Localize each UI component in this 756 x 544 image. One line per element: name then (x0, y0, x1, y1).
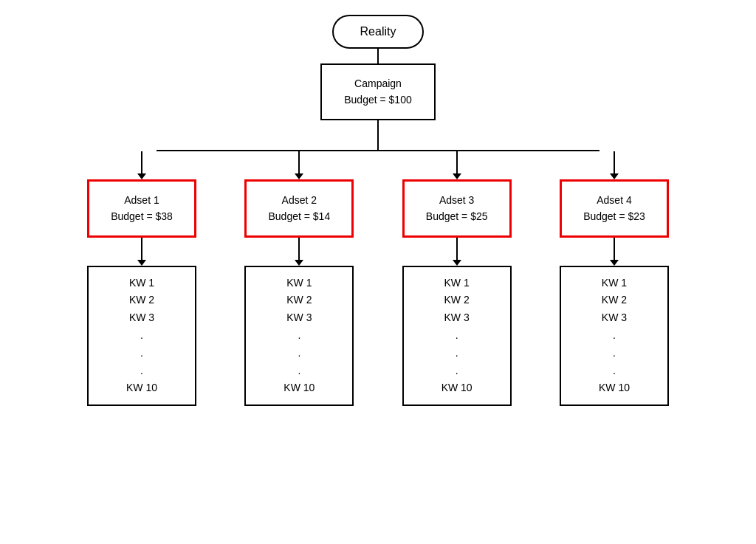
adset-col-2: Adset 2 Budget = $14 KW 1 KW 2 KW 3 . . … (240, 151, 358, 406)
kw3-item1: KW 1 (414, 275, 500, 292)
kw-node-1: KW 1 KW 2 KW 3 . . . KW 10 (87, 266, 196, 407)
arrow-to-kw1 (137, 238, 146, 266)
kw2-item2: KW 2 (256, 292, 342, 309)
adset-node-4: Adset 4 Budget = $23 (560, 179, 669, 238)
kw3-item3: KW 3 (414, 309, 500, 327)
arrow-to-kw2 (295, 238, 303, 266)
arrow-to-adset4 (610, 151, 619, 179)
reality-label: Reality (360, 25, 396, 38)
kw4-item10: KW 10 (571, 379, 657, 397)
kw4-dot1: . (571, 327, 657, 345)
kw4-item2: KW 2 (571, 292, 657, 309)
arrow-to-adset1 (137, 151, 146, 179)
kw1-dot3: . (99, 362, 185, 380)
kw3-dot3: . (414, 362, 500, 380)
kw1-dot2: . (99, 345, 185, 362)
campaign-node: Campaign Budget = $100 (320, 63, 435, 120)
adset3-line1: Adset 3 (416, 192, 498, 208)
arrow-to-kw3 (453, 238, 461, 266)
kw1-item10: KW 10 (99, 379, 185, 397)
adset3-line2: Budget = $25 (416, 208, 498, 224)
kw2-item1: KW 1 (256, 275, 342, 292)
kw2-item3: KW 3 (256, 309, 342, 327)
adset2-line2: Budget = $14 (258, 208, 340, 224)
adset-col-3: Adset 3 Budget = $25 KW 1 KW 2 KW 3 . . … (398, 151, 516, 406)
kw1-item1: KW 1 (99, 275, 185, 292)
adset1-line2: Budget = $38 (101, 208, 182, 224)
reality-node: Reality (332, 15, 425, 49)
adset-col-1: Adset 1 Budget = $38 KW 1 KW 2 KW 3 . . … (83, 151, 201, 406)
arrow-to-adset3 (453, 151, 461, 179)
kw1-dot1: . (99, 327, 185, 345)
adset2-line1: Adset 2 (258, 192, 340, 208)
kw1-item3: KW 3 (99, 309, 185, 327)
kw3-dot1: . (414, 327, 500, 345)
connector-reality-campaign (377, 49, 379, 63)
horizontal-branch-line (83, 150, 673, 151)
adsets-row: Adset 1 Budget = $38 KW 1 KW 2 KW 3 . . … (83, 151, 673, 406)
kw-node-3: KW 1 KW 2 KW 3 . . . KW 10 (402, 266, 512, 407)
adset-node-2: Adset 2 Budget = $14 (244, 179, 354, 238)
kw4-item3: KW 3 (571, 309, 657, 327)
kw2-dot1: . (256, 327, 342, 345)
kw3-item10: KW 10 (414, 379, 500, 397)
campaign-line1: Campaign (344, 75, 411, 92)
kw2-dot2: . (256, 345, 342, 362)
campaign-line2: Budget = $100 (344, 92, 411, 108)
kw2-item10: KW 10 (256, 379, 342, 397)
kw2-dot3: . (256, 362, 342, 380)
kw4-dot3: . (571, 362, 657, 380)
adset4-line1: Adset 4 (574, 192, 655, 208)
kw3-dot2: . (414, 345, 500, 362)
adset1-line1: Adset 1 (101, 192, 182, 208)
adset-col-4: Adset 4 Budget = $23 KW 1 KW 2 KW 3 . . … (555, 151, 673, 406)
kw-node-2: KW 1 KW 2 KW 3 . . . KW 10 (244, 266, 354, 407)
kw4-dot2: . (571, 345, 657, 362)
connector-campaign-to-hline (377, 120, 379, 150)
kw3-item2: KW 2 (414, 292, 500, 309)
diagram: Reality Campaign Budget = $100 Adset 1 (0, 7, 756, 413)
adset-node-3: Adset 3 Budget = $25 (402, 179, 512, 238)
kw1-item2: KW 2 (99, 292, 185, 309)
adset4-line2: Budget = $23 (574, 208, 655, 224)
arrow-to-adset2 (295, 151, 303, 179)
arrow-to-kw4 (610, 238, 619, 266)
kw-node-4: KW 1 KW 2 KW 3 . . . KW 10 (560, 266, 669, 407)
adset-node-1: Adset 1 Budget = $38 (87, 179, 196, 238)
kw4-item1: KW 1 (571, 275, 657, 292)
